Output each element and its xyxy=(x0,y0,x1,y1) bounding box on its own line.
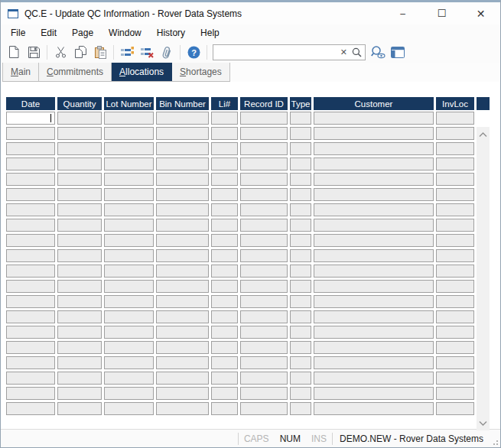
cell-quantity[interactable] xyxy=(57,157,102,170)
cell-lot-number[interactable] xyxy=(104,265,154,278)
cell-bin-number[interactable] xyxy=(156,326,209,339)
tab-main[interactable]: Main xyxy=(2,63,39,81)
cell-lot-number[interactable] xyxy=(104,112,154,125)
cell-type[interactable] xyxy=(290,157,311,170)
cell-invloc[interactable] xyxy=(436,280,474,293)
menu-page[interactable]: Page xyxy=(64,25,101,41)
column-header-record-id[interactable]: Record ID xyxy=(240,97,288,110)
cell-record-id[interactable] xyxy=(240,234,288,247)
cell-type[interactable] xyxy=(290,402,311,415)
cell-invloc[interactable] xyxy=(436,387,474,400)
menu-edit[interactable]: Edit xyxy=(33,25,64,41)
cell-type[interactable] xyxy=(290,112,311,125)
cell-lot-number[interactable] xyxy=(104,173,154,186)
cell-date[interactable] xyxy=(6,203,55,216)
cell-customer[interactable] xyxy=(314,280,434,293)
cell-customer[interactable] xyxy=(314,234,434,247)
cell-date[interactable] xyxy=(6,372,55,385)
cell-date[interactable] xyxy=(6,265,55,278)
cell-li[interactable] xyxy=(211,326,238,339)
cell-bin-number[interactable] xyxy=(156,372,209,385)
cell-quantity[interactable] xyxy=(57,112,102,125)
cell-lot-number[interactable] xyxy=(104,310,154,323)
column-header-quantity[interactable]: Quantity xyxy=(57,97,102,110)
cut-button[interactable] xyxy=(50,43,70,61)
cell-record-id[interactable] xyxy=(240,280,288,293)
cell-invloc[interactable] xyxy=(436,341,474,354)
cell-quantity[interactable] xyxy=(57,188,102,201)
cell-quantity[interactable] xyxy=(57,372,102,385)
cell-li[interactable] xyxy=(211,280,238,293)
cell-quantity[interactable] xyxy=(57,310,102,323)
vertical-scrollbar[interactable] xyxy=(477,127,490,430)
cell-type[interactable] xyxy=(290,188,311,201)
cell-date[interactable] xyxy=(6,402,55,415)
cell-bin-number[interactable] xyxy=(156,173,209,186)
cell-li[interactable] xyxy=(211,249,238,262)
cell-bin-number[interactable] xyxy=(156,402,209,415)
cell-invloc[interactable] xyxy=(436,234,474,247)
cell-quantity[interactable] xyxy=(57,249,102,262)
cell-customer[interactable] xyxy=(314,356,434,369)
cell-type[interactable] xyxy=(290,265,311,278)
cell-quantity[interactable] xyxy=(57,356,102,369)
cell-invloc[interactable] xyxy=(436,356,474,369)
cell-type[interactable] xyxy=(290,142,311,155)
cell-customer[interactable] xyxy=(314,249,434,262)
cell-customer[interactable] xyxy=(314,203,434,216)
cell-quantity[interactable] xyxy=(57,402,102,415)
cell-invloc[interactable] xyxy=(436,173,474,186)
cell-customer[interactable] xyxy=(314,112,434,125)
cell-lot-number[interactable] xyxy=(104,295,154,308)
cell-record-id[interactable] xyxy=(240,173,288,186)
cell-li[interactable] xyxy=(211,265,238,278)
paste-button[interactable] xyxy=(90,43,110,61)
menu-help[interactable]: Help xyxy=(193,25,227,41)
cell-date[interactable] xyxy=(6,173,55,186)
cell-quantity[interactable] xyxy=(57,341,102,354)
cell-customer[interactable] xyxy=(314,188,434,201)
cell-record-id[interactable] xyxy=(240,188,288,201)
cell-date[interactable] xyxy=(6,112,55,125)
column-header-customer[interactable]: Customer xyxy=(314,97,434,110)
cell-record-id[interactable] xyxy=(240,326,288,339)
cell-li[interactable] xyxy=(211,387,238,400)
cell-customer[interactable] xyxy=(314,157,434,170)
cell-customer[interactable] xyxy=(314,219,434,232)
resize-grip-icon[interactable] xyxy=(490,433,499,447)
cell-customer[interactable] xyxy=(314,142,434,155)
cell-invloc[interactable] xyxy=(436,326,474,339)
cell-bin-number[interactable] xyxy=(156,341,209,354)
cell-type[interactable] xyxy=(290,127,311,140)
cell-lot-number[interactable] xyxy=(104,188,154,201)
cell-record-id[interactable] xyxy=(240,387,288,400)
cell-quantity[interactable] xyxy=(57,265,102,278)
cell-record-id[interactable] xyxy=(240,295,288,308)
new-document-button[interactable] xyxy=(4,43,24,61)
cell-invloc[interactable] xyxy=(436,372,474,385)
cell-bin-number[interactable] xyxy=(156,219,209,232)
cell-record-id[interactable] xyxy=(240,310,288,323)
search-icon[interactable] xyxy=(350,47,362,57)
cell-date[interactable] xyxy=(6,157,55,170)
cell-type[interactable] xyxy=(290,310,311,323)
cell-li[interactable] xyxy=(211,188,238,201)
cell-li[interactable] xyxy=(211,295,238,308)
cell-bin-number[interactable] xyxy=(156,280,209,293)
cell-date[interactable] xyxy=(6,188,55,201)
cell-lot-number[interactable] xyxy=(104,326,154,339)
cell-type[interactable] xyxy=(290,356,311,369)
save-button[interactable] xyxy=(24,43,44,61)
cell-lot-number[interactable] xyxy=(104,341,154,354)
cell-li[interactable] xyxy=(211,127,238,140)
cell-date[interactable] xyxy=(6,310,55,323)
cell-date[interactable] xyxy=(6,142,55,155)
cell-record-id[interactable] xyxy=(240,249,288,262)
cell-lot-number[interactable] xyxy=(104,372,154,385)
cell-invloc[interactable] xyxy=(436,112,474,125)
cell-lot-number[interactable] xyxy=(104,157,154,170)
cell-quantity[interactable] xyxy=(57,173,102,186)
cell-invloc[interactable] xyxy=(436,310,474,323)
cell-record-id[interactable] xyxy=(240,372,288,385)
cell-li[interactable] xyxy=(211,173,238,186)
